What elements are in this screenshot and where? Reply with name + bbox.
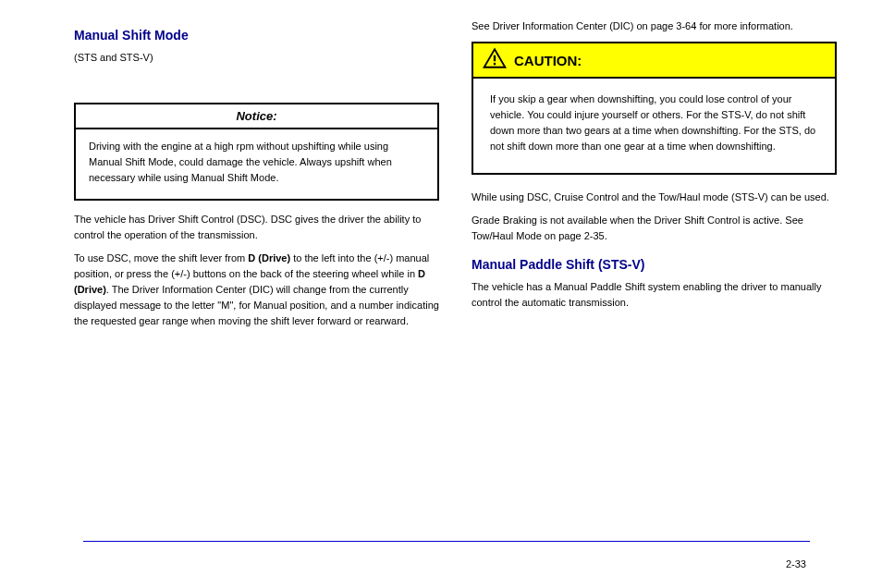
left-paragraph-1: The vehicle has Driver Shift Control (DS… — [74, 212, 439, 243]
notice-header: Notice: — [76, 104, 437, 129]
caution-label: CAUTION: — [514, 53, 582, 68]
caution-body: If you skip a gear when downshifting, yo… — [473, 79, 835, 173]
right-column: See Driver Information Center (DIC) on p… — [472, 18, 837, 337]
caution-box: CAUTION: If you skip a gear when downshi… — [472, 42, 837, 175]
svg-rect-2 — [494, 63, 496, 65]
p2-d-bold: D (Drive) — [248, 252, 290, 263]
notice-box: Notice: Driving with the engine at a hig… — [74, 103, 439, 201]
notice-body: Driving with the engine at a high rpm wi… — [76, 129, 437, 199]
right-dsc-info: See Driver Information Center (DIC) on p… — [472, 18, 837, 34]
left-paragraph-2: To use DSC, move the shift lever from D … — [74, 251, 439, 329]
warning-icon — [483, 47, 507, 73]
caution-header: CAUTION: — [473, 43, 835, 79]
right-paragraph-2: Grade Braking is not available when the … — [472, 213, 837, 244]
page-number: 2-33 — [786, 558, 806, 570]
right-heading: Manual Paddle Shift (STS-V) — [472, 257, 837, 272]
p2-suffix: . The Driver Information Center (DIC) wi… — [74, 284, 439, 326]
p2-prefix: To use DSC, move the shift lever from — [74, 252, 245, 263]
section-subtitle: (STS and STS-V) — [74, 50, 439, 66]
right-paragraph-1: While using DSC, Cruise Control and the … — [472, 190, 837, 205]
right-paragraph-3: The vehicle has a Manual Paddle Shift sy… — [472, 279, 837, 311]
footer-divider — [83, 541, 810, 542]
page-content: Manual Shift Mode (STS and STS-V) Notice… — [0, 0, 882, 337]
section-title: Manual Shift Mode — [74, 28, 439, 43]
left-column: Manual Shift Mode (STS and STS-V) Notice… — [74, 18, 439, 337]
svg-rect-1 — [494, 55, 496, 62]
